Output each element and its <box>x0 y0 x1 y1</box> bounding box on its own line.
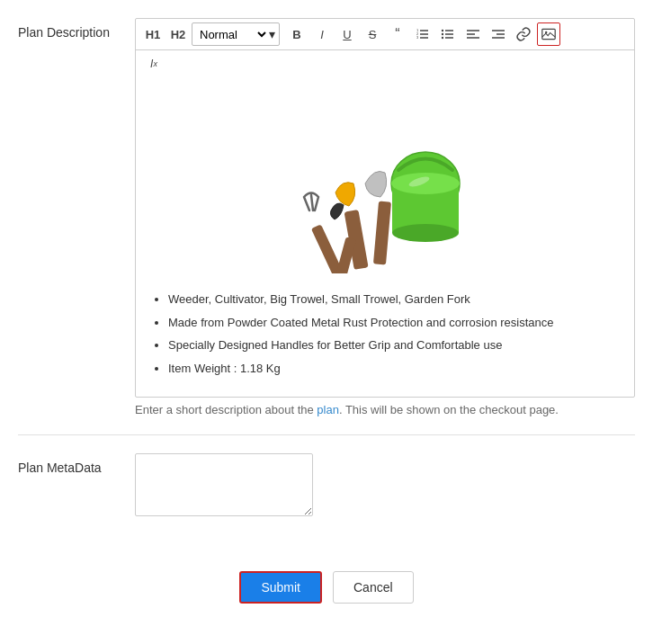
strikethrough-button[interactable]: S <box>361 22 384 46</box>
list-item: Weeder, Cultivator, Big Trowel, Small Tr… <box>168 291 620 309</box>
plan-description-row: Plan Description H1 H2 Normal Heading 1 … <box>18 18 635 435</box>
svg-point-9 <box>442 30 443 31</box>
list-item: Item Weight : 1.18 Kg <box>168 360 620 378</box>
blockquote-button[interactable]: “ <box>386 22 409 46</box>
italic-button[interactable]: I <box>310 22 334 46</box>
svg-point-19 <box>545 31 547 33</box>
plan-metadata-label: Plan MetaData <box>18 453 135 475</box>
editor-content-list: Weeder, Cultivator, Big Trowel, Small Tr… <box>150 291 620 377</box>
editor-toolbar-row2: Ix <box>136 50 634 79</box>
plan-metadata-row: Plan MetaData <box>18 453 635 541</box>
ordered-list-button[interactable]: 1 2 3 <box>411 22 434 46</box>
svg-point-11 <box>442 37 443 39</box>
plan-description-editor: H1 H2 Normal Heading 1 Heading 2 Heading… <box>135 18 635 416</box>
rich-text-editor: H1 H2 Normal Heading 1 Heading 2 Heading… <box>135 18 635 398</box>
editor-body[interactable]: Weeder, Cultivator, Big Trowel, Small Tr… <box>136 79 634 397</box>
hint-text: Enter a short description about the plan… <box>135 403 635 416</box>
align-right-button[interactable] <box>487 22 510 46</box>
cancel-button[interactable]: Cancel <box>333 571 414 604</box>
list-item: Specially Designed Handles for Better Gr… <box>168 336 620 354</box>
editor-image <box>150 94 620 276</box>
plan-metadata-content <box>135 453 635 519</box>
svg-point-23 <box>392 224 459 242</box>
link-button[interactable] <box>512 22 535 46</box>
h2-button[interactable]: H2 <box>166 22 190 46</box>
clear-format-button[interactable]: Ix <box>141 52 166 76</box>
chevron-down-icon: ▾ <box>269 27 275 41</box>
underline-button[interactable]: U <box>335 22 359 46</box>
svg-text:3: 3 <box>416 35 419 40</box>
format-select[interactable]: Normal Heading 1 Heading 2 Heading 3 Par… <box>196 27 269 42</box>
list-item: Made from Powder Coated Metal Rust Prote… <box>168 314 620 332</box>
garden-tools-illustration <box>286 94 484 273</box>
form-buttons: Submit Cancel <box>18 562 635 604</box>
submit-button[interactable]: Submit <box>239 571 322 604</box>
format-select-wrapper[interactable]: Normal Heading 1 Heading 2 Heading 3 Par… <box>192 22 280 46</box>
unordered-list-button[interactable] <box>436 22 460 46</box>
plan-metadata-input[interactable] <box>135 453 313 516</box>
align-left-button[interactable] <box>461 22 485 46</box>
image-button[interactable] <box>537 22 560 46</box>
editor-toolbar: H1 H2 Normal Heading 1 Heading 2 Heading… <box>136 19 634 50</box>
plan-description-label: Plan Description <box>18 18 135 40</box>
bold-button[interactable]: B <box>285 22 309 46</box>
svg-point-24 <box>391 173 460 194</box>
h1-button[interactable]: H1 <box>141 22 165 46</box>
svg-point-10 <box>442 33 443 35</box>
